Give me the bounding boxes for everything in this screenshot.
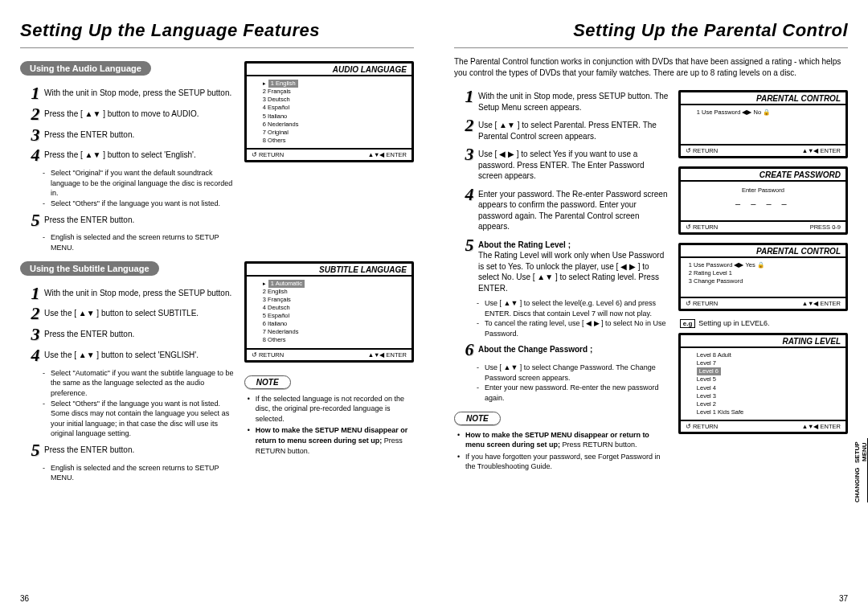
parental-intro: The Parental Control function works in c…: [454, 56, 848, 79]
note-body: If the selected language is not recorded…: [248, 394, 414, 457]
note-pill: NOTE: [454, 412, 501, 425]
page-title-right: Setting Up the Parental Control: [454, 20, 848, 41]
pill-subtitle: Using the Subtitle Language: [20, 261, 159, 276]
section-parental: 1With the unit in Stop mode, press SETUP…: [454, 85, 848, 474]
return-icon: ↺ RETURN: [252, 151, 284, 158]
page-number-right: 37: [839, 594, 848, 603]
note-pill: NOTE: [244, 375, 291, 389]
eg-badge: e.g: [680, 319, 696, 328]
pill-audio: Using the Audio Language: [20, 61, 151, 76]
osd-subtitle-language: SUBTITLE LANGUAGE 1 Automatic 2 English …: [244, 261, 414, 363]
enter-icon: ▲▼◀ ENTER: [368, 151, 407, 158]
section-audio: Using the Audio Language 1With the unit …: [20, 56, 414, 256]
divider: [20, 47, 414, 48]
step-text: With the unit in Stop mode, press the SE…: [44, 85, 236, 99]
osd-create-password: CREATE PASSWORD Enter Password – – – – ↺…: [678, 166, 848, 235]
example-row: e.gSetting up in LEVEL6.: [680, 319, 848, 328]
page-36: Setting Up the Language Features Using t…: [0, 0, 434, 615]
sub-notes: Select "Original" if you want the defaul…: [43, 168, 236, 208]
step-num: 1: [27, 85, 44, 101]
osd-parental-2: PARENTAL CONTROL 1 Use Password ◀▶ Yes 🔒…: [678, 243, 848, 311]
osd-rating-level: RATING LEVEL Level 8 Adult Level 7 Level…: [678, 333, 848, 434]
osd-audio-language: AUDIO LANGUAGE 1 English 2 Français 3 De…: [244, 61, 414, 162]
page-number-left: 36: [20, 594, 29, 603]
section-subtitle: Using the Subtitle Language 1With the un…: [20, 256, 414, 486]
osd-parental-1: PARENTAL CONTROL 1 Use Password ◀▶ No 🔒 …: [678, 90, 848, 158]
page-title-left: Setting Up the Language Features: [20, 20, 414, 41]
manual-spread: Setting Up the Language Features Using t…: [0, 0, 868, 615]
note-body-right: How to make the SETUP MENU disappear or …: [457, 430, 670, 472]
divider: [454, 47, 848, 48]
side-tab: CHANGING SETUP MENU: [854, 438, 868, 502]
page-37: Setting Up the Parental Control The Pare…: [434, 0, 868, 615]
